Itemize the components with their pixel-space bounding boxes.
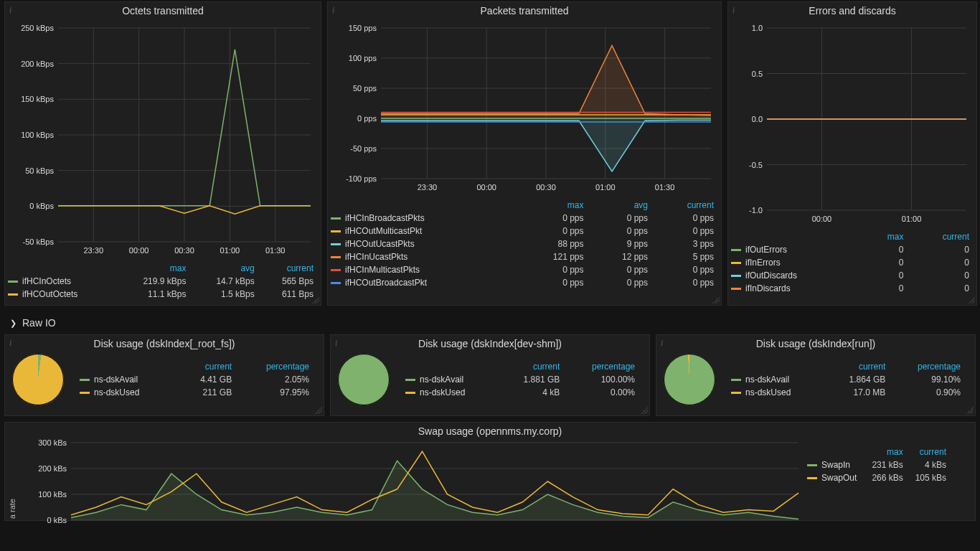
legend-item[interactable]: ns-dskAvail 1.881 GB100.00% — [402, 373, 642, 386]
legend-disk: currentpercentage ns-dskAvail 1.881 GB10… — [402, 360, 642, 399]
legend-item[interactable]: ifHCInUcastPkts121 pps12 pps5 pps — [328, 250, 721, 263]
legend-series-name: ifInErrors — [745, 258, 781, 268]
info-icon[interactable]: i — [661, 338, 663, 349]
svg-text:150 kBps: 150 kBps — [21, 95, 54, 103]
legend-series-current: 3 pps — [655, 237, 721, 250]
resize-handle[interactable] — [315, 407, 322, 414]
resize-handle[interactable] — [966, 407, 974, 414]
legend-item[interactable]: ifHCOutOctets11.1 kBps1.5 kBps611 Bps — [5, 288, 321, 301]
info-icon[interactable]: i — [332, 5, 334, 16]
panel-title: Disk usage (dskIndex[_root_fs]) — [5, 335, 324, 351]
legend-series-current: 4 kBs — [910, 458, 953, 471]
svg-text:0 kBs: 0 kBs — [47, 516, 67, 524]
legend-item[interactable]: ns-dskAvail 4.41 GB2.05% — [77, 373, 316, 386]
legend-item[interactable]: ifHCOutBroadcastPkt0 pps0 pps0 pps — [328, 276, 721, 289]
svg-text:01:00: 01:00 — [595, 183, 616, 192]
info-icon[interactable]: i — [9, 5, 11, 16]
legend-series-avg: 0 pps — [591, 263, 656, 276]
row-header-raw-io[interactable]: ❯ Raw IO — [0, 311, 980, 334]
legend-item[interactable]: ifOutDiscards00 — [728, 269, 976, 282]
svg-text:01:00: 01:00 — [902, 215, 922, 223]
legend-series-max: 121 pps — [518, 250, 591, 263]
info-icon[interactable]: i — [9, 338, 11, 349]
legend-item[interactable]: ns-dskAvail 1.864 GB99.10% — [728, 373, 968, 386]
legend-series-max: 0 — [864, 256, 910, 269]
legend-item[interactable]: ifInErrors00 — [728, 256, 976, 269]
chart-swap[interactable]: 0 kBs100 kBs200 kBs300 kBs — [5, 438, 804, 524]
legend-series-max: 0 — [864, 243, 910, 256]
svg-text:100 kBs: 100 kBs — [38, 490, 67, 499]
svg-text:00:30: 00:30 — [536, 183, 556, 192]
legend-item[interactable]: ns-dskUsed 211 GB97.95% — [77, 386, 316, 399]
svg-text:-50 kBps: -50 kBps — [23, 237, 55, 246]
legend-series-max: 88 pps — [518, 237, 591, 250]
svg-text:-0.5: -0.5 — [749, 161, 763, 169]
pie-chart[interactable] — [664, 354, 715, 405]
svg-text:23:30: 23:30 — [418, 183, 438, 192]
legend-series-current: 565 Bps — [262, 275, 321, 288]
legend-disk: currentpercentage ns-dskAvail 1.864 GB99… — [728, 360, 968, 399]
legend-item[interactable]: ifInDiscards00 — [728, 282, 976, 295]
legend-series-avg: 0 pps — [591, 225, 656, 237]
panel-disk-usage: i Disk usage (dskIndex[_root_fs]) curren… — [4, 334, 324, 416]
legend-item[interactable]: ifOutErrors00 — [728, 243, 976, 256]
legend-item[interactable]: ns-dskUsed 17.0 MB0.90% — [728, 386, 968, 399]
legend-series-current: 0 pps — [655, 263, 721, 276]
legend-series-max: 0 pps — [518, 212, 591, 225]
svg-text:100 kBps: 100 kBps — [21, 131, 54, 139]
svg-text:50 pps: 50 pps — [353, 84, 377, 93]
panel-disk-usage: i Disk usage (dskIndex[run]) currentperc… — [656, 334, 976, 416]
svg-text:01:00: 01:00 — [220, 246, 240, 255]
legend-series-avg: 12 pps — [591, 250, 656, 263]
panel-title: Swap usage (opennms.my.corp) — [5, 423, 975, 438]
legend-errors: maxcurrent ifOutErrors00ifInErrors00ifOu… — [728, 230, 976, 295]
legend-series-max: 0 — [864, 269, 910, 282]
legend-item[interactable]: ifHCInMulticastPkts0 pps0 pps0 pps — [328, 263, 721, 276]
panel-errors-discards: i Errors and discards -1.0-0.50.00.51.00… — [727, 1, 977, 306]
legend-item[interactable]: ns-dskUsed 4 kB0.00% — [402, 386, 642, 399]
svg-text:00:00: 00:00 — [812, 215, 832, 223]
info-icon[interactable]: i — [335, 338, 337, 349]
legend-item[interactable]: ifHCInOctets219.9 kBps14.7 kBps565 Bps — [5, 275, 321, 288]
svg-text:0 kBps: 0 kBps — [29, 202, 54, 210]
legend-series-name: ifHCOutOctets — [22, 289, 77, 299]
legend-swap: maxcurrent SwapIn231 kBs4 kBsSwapOut266 … — [804, 446, 953, 484]
legend-series-name: ifHCInOctets — [22, 276, 71, 286]
svg-text:00:30: 00:30 — [174, 246, 194, 255]
svg-text:1.0: 1.0 — [752, 24, 763, 32]
legend-series-current: 0 — [910, 282, 976, 295]
legend-packets: maxavgcurrent ifHCInBroadcastPkts0 pps0 … — [328, 199, 721, 289]
legend-item[interactable]: ifHCOutMulticastPkt0 pps0 pps0 pps — [328, 225, 721, 237]
svg-text:0.0: 0.0 — [752, 115, 763, 123]
legend-series-avg: 1.5 kBps — [193, 288, 261, 301]
pie-chart[interactable] — [338, 354, 390, 405]
resize-handle[interactable] — [641, 407, 648, 414]
svg-text:00:00: 00:00 — [129, 246, 149, 255]
legend-item[interactable]: SwapOut266 kBs105 kBs — [804, 471, 953, 484]
chart-errors[interactable]: -1.0-0.50.00.51.000:0001:00 — [728, 18, 976, 230]
panel-octets-transmitted: i Octets transmitted -50 kBps0 kBps50 kB… — [4, 1, 321, 306]
resize-handle[interactable] — [968, 296, 975, 303]
legend-series-name: ifHCOutMulticastPkt — [345, 226, 422, 236]
svg-text:200 kBs: 200 kBs — [38, 464, 67, 473]
resize-handle[interactable] — [712, 296, 720, 303]
legend-item[interactable]: ifHCInBroadcastPkts0 pps0 pps0 pps — [328, 212, 721, 225]
info-icon[interactable]: i — [732, 5, 735, 16]
panel-title: Octets transmitted — [5, 2, 321, 18]
legend-series-name: ifHCOutBroadcastPkt — [345, 278, 427, 288]
pie-chart[interactable] — [12, 354, 64, 405]
legend-item[interactable]: SwapIn231 kBs4 kBs — [804, 458, 953, 471]
chart-octets[interactable]: -50 kBps0 kBps50 kBps100 kBps150 kBps200… — [5, 18, 321, 262]
legend-series-name: ifHCInBroadcastPkts — [345, 213, 425, 223]
chart-packets[interactable]: -100 pps-50 pps0 pps50 pps100 pps150 pps… — [328, 18, 721, 199]
legend-series-name: SwapIn — [821, 460, 850, 470]
legend-series-name: ifHCInUcastPkts — [345, 252, 407, 262]
legend-item[interactable]: ifHCOutUcastPkts88 pps9 pps3 pps — [328, 237, 721, 250]
legend-series-name: ifOutDiscards — [745, 270, 797, 281]
panel-title: Packets transmitted — [328, 2, 721, 18]
legend-series-current: 105 kBs — [910, 471, 953, 484]
legend-series-current: 0 — [910, 243, 976, 256]
legend-series-max: 0 pps — [518, 263, 591, 276]
resize-handle[interactable] — [312, 296, 319, 303]
panel-packets-transmitted: i Packets transmitted -100 pps-50 pps0 p… — [327, 1, 722, 306]
